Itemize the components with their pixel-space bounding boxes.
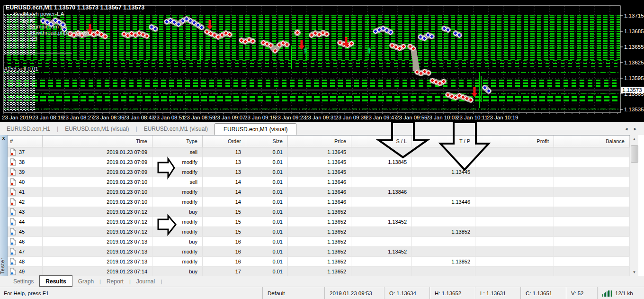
table-row-37[interactable]: 372019.01.23 07:09sell130.011.13645 [8, 147, 630, 157]
cell-num: 49 [8, 267, 43, 276]
cell-tp [412, 177, 475, 187]
column-header-size[interactable]: Size [246, 136, 288, 147]
cell-balance [554, 177, 630, 187]
scrollbar-thumb[interactable] [631, 145, 638, 163]
ea-overlay-text: 19 [31, 36, 37, 42]
tab-scroll-right-icon[interactable]: ► [633, 127, 637, 131]
table-row-40[interactable]: 402019.01.23 07:10sell140.011.13646 [8, 177, 630, 187]
cell-profit [475, 157, 554, 167]
tab-scroll-left-icon[interactable]: ◄ [624, 127, 628, 131]
cell-price: 1.13652 [288, 257, 351, 266]
time-axis-label: 23 Jan 2019 [2, 115, 32, 120]
close-panel-button[interactable]: x [1, 136, 6, 141]
ea-overlay-text: ScalMatch power-EA [13, 11, 64, 17]
table-row-48[interactable]: 482019.01.23 07:13modify160.011.136521.1… [8, 257, 630, 267]
order-ticket-number: 37 [19, 147, 25, 157]
cell-size: 0.01 [246, 177, 288, 187]
order-ticket-number: 46 [19, 237, 25, 246]
time-axis-label: 23 Jan 08:27 [63, 115, 94, 120]
order-ticket-number: 40 [19, 177, 25, 187]
chart-tab-eurusd-m1-visual-1[interactable]: EURUSD.ecn,M1 (visual) [58, 122, 135, 135]
cell-balance [554, 227, 630, 236]
status-connection: 12/1 kb [597, 287, 644, 299]
cell-type: sell [152, 147, 203, 157]
chart-tab-eurusd-m1-visual-active[interactable]: EURUSD.ecn,M1 (visual) [215, 123, 296, 135]
chart-tab-eurusd-h1[interactable]: EURUSD.ecn,H1 [0, 122, 57, 135]
tab-journal[interactable]: Journal [131, 276, 161, 287]
table-row-49[interactable]: 492019.01.23 07:14buy170.011.13652 [8, 267, 630, 277]
cell-profit [475, 187, 554, 197]
tab-settings[interactable]: Settings [8, 276, 39, 287]
time-axis-label: 23 Jan 10:11 [456, 115, 488, 120]
cell-price: 1.13652 [288, 207, 351, 217]
column-header-#[interactable]: # [8, 136, 43, 147]
cell-time: 2019.01.23 07:13 [43, 237, 152, 246]
cell-num: 38 [8, 157, 43, 167]
cell-num: 42 [8, 197, 43, 207]
table-row-44[interactable]: 442019.01.23 07:12modify150.011.136521.1… [8, 217, 630, 227]
table-row-39[interactable]: 392019.01.23 07:09modify130.011.136451.1… [8, 167, 630, 177]
column-header-price[interactable]: Price [288, 136, 351, 147]
table-row-42[interactable]: 422019.01.23 07:10modify140.011.136461.1… [8, 197, 630, 207]
cell-price: 1.13652 [288, 237, 351, 246]
order-doc-icon [10, 228, 16, 236]
time-axis-label: 23 Jan 09:55 [396, 115, 428, 120]
order-doc-icon [10, 168, 16, 176]
tab-report[interactable]: Report [101, 276, 129, 287]
column-header-sl[interactable]: S / L [351, 136, 412, 147]
cell-time: 2019.01.23 07:14 [43, 267, 152, 276]
chart-canvas[interactable]: EURUSD.ecn,M1 1.13570 1.13573 1.13567 1.… [0, 0, 644, 122]
table-row-38[interactable]: 382019.01.23 07:09modify130.011.136451.1… [8, 157, 630, 167]
time-axis-label: 23 Jan 09:07 [214, 115, 246, 120]
cell-price: 1.13646 [288, 177, 351, 187]
tab-graph[interactable]: Graph [72, 276, 99, 287]
column-header-tp[interactable]: T / P [412, 136, 475, 147]
status-kb: 12/1 kb [615, 290, 633, 296]
cell-price: 1.13652 [288, 227, 351, 236]
tester-tab-bar: Settings Results Graph | Report | Journa… [0, 276, 644, 287]
column-header-order[interactable]: Order [203, 136, 246, 147]
cell-size: 0.01 [246, 267, 288, 276]
table-row-46[interactable]: 462019.01.23 07:13buy160.011.13652 [8, 237, 630, 247]
table-row-43[interactable]: 432019.01.23 07:12buy150.011.13652 [8, 207, 630, 217]
cell-tp [412, 147, 475, 157]
scroll-up-icon[interactable]: ▲ [630, 135, 638, 143]
table-row-41[interactable]: 412019.01.23 07:10modify140.011.136461.1… [8, 187, 630, 197]
cell-price: 1.13646 [288, 197, 351, 207]
column-header-profit[interactable]: Profit [475, 136, 554, 147]
cell-tp [412, 267, 475, 276]
tab-results[interactable]: Results [39, 275, 72, 287]
cell-profit [475, 257, 554, 266]
chart-tab-eurusd-m1-visual-2[interactable]: EURUSD.ecn,M1 (visual) [137, 122, 215, 135]
cell-tp [412, 157, 475, 167]
cell-order: 14 [203, 187, 246, 197]
column-header-balance[interactable]: Balance [554, 136, 630, 147]
results-scrollbar[interactable]: ▲ ▼ [630, 135, 638, 276]
status-open-price: O: 1.13634 [384, 287, 429, 299]
table-row-45[interactable]: 452019.01.23 07:12modify150.011.136521.1… [8, 227, 630, 237]
time-axis-label: 23 Jan 09:39 [335, 115, 367, 120]
cell-profit [475, 237, 554, 246]
column-header-time[interactable]: Time [43, 136, 152, 147]
price-axis-label: 1.13715 [624, 13, 644, 18]
cell-price: 1.13645 [288, 147, 351, 157]
column-header-type[interactable]: Type [152, 136, 203, 147]
order-doc-icon [10, 258, 16, 265]
scroll-down-icon[interactable]: ▼ [630, 268, 638, 276]
price-chart[interactable]: EURUSD.ecn,M1 1.13570 1.13573 1.13567 1.… [0, 0, 644, 122]
table-row-47[interactable]: 472019.01.23 07:13modify160.011.136521.1… [8, 247, 630, 257]
cell-size: 0.01 [246, 247, 288, 256]
order-ticket-number: 39 [19, 167, 25, 177]
cell-price: 1.13652 [288, 217, 351, 227]
cell-balance [554, 267, 630, 276]
cell-sl [351, 237, 412, 246]
cell-profit [475, 217, 554, 227]
chart-title: EURUSD.ecn,M1 1.13570 1.13573 1.13567 1.… [6, 4, 144, 11]
cell-size: 0.01 [246, 187, 288, 197]
status-profile: Default [262, 287, 324, 299]
cell-profit [475, 177, 554, 187]
order-ticket-number: 42 [19, 197, 25, 207]
cell-sl [351, 267, 412, 276]
tab-separator: | [161, 276, 162, 287]
cell-type: modify [152, 257, 203, 266]
